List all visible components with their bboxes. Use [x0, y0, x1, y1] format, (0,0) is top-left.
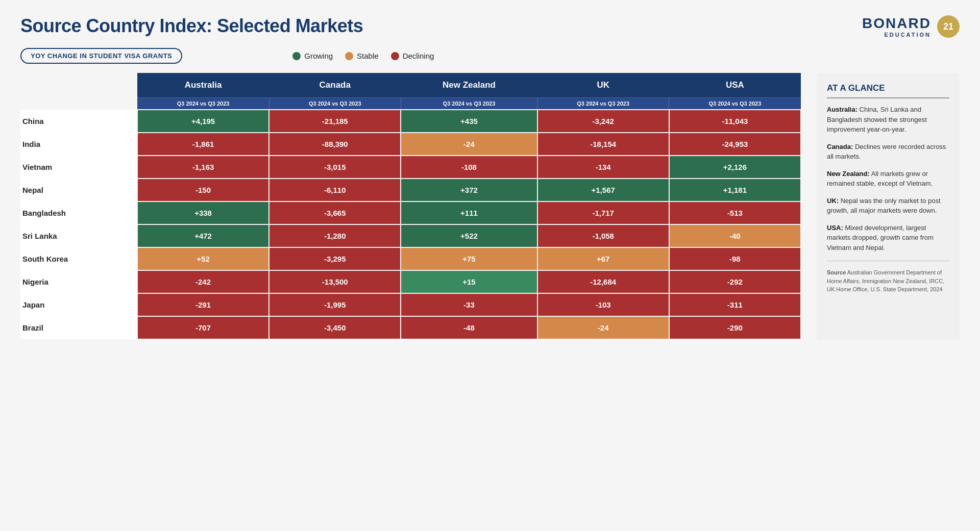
cell-value: -11,043 — [669, 110, 801, 133]
table-row: Nigeria-242-13,500+15-12,684-292 — [20, 270, 801, 293]
empty-header — [20, 73, 137, 98]
cell-value: -1,058 — [537, 224, 669, 247]
brand-area: BONARD EDUCATION 21 — [862, 15, 960, 38]
sub-australia: Q3 2024 vs Q3 2023 — [137, 98, 269, 110]
cell-value: +522 — [401, 224, 537, 247]
cell-value: -311 — [669, 293, 801, 316]
cell-value: +52 — [137, 247, 269, 270]
cell-value: +15 — [401, 270, 537, 293]
glance-item: Australia: China, Sri Lanka and Banglade… — [827, 105, 949, 135]
main-content: Australia Canada New Zealand UK USA Q3 2… — [20, 73, 960, 340]
source-label: Source — [827, 269, 846, 275]
row-country: Nigeria — [20, 270, 137, 293]
glance-items: Australia: China, Sri Lanka and Banglade… — [827, 105, 949, 252]
stable-dot — [345, 52, 353, 60]
row-country: Nepal — [20, 179, 137, 201]
row-country: India — [20, 133, 137, 156]
col-australia: Australia — [137, 73, 269, 98]
table-row: South Korea+52-3,295+75+67-98 — [20, 247, 801, 270]
brand-education: EDUCATION — [884, 32, 931, 38]
table-row: Brazil-707-3,450-48-24-290 — [20, 316, 801, 339]
cell-value: -98 — [669, 247, 801, 270]
cell-value: -21,185 — [269, 110, 401, 133]
table-row: India-1,861-88,390-24-18,154-24,953 — [20, 133, 801, 156]
cell-value: -150 — [137, 179, 269, 201]
cell-value: -33 — [401, 293, 537, 316]
sub-uk: Q3 2024 vs Q3 2023 — [537, 98, 669, 110]
table-row: Japan-291-1,995-33-103-311 — [20, 293, 801, 316]
cell-value: -292 — [669, 270, 801, 293]
cell-value: +472 — [137, 224, 269, 247]
cell-value: -6,110 — [269, 179, 401, 201]
right-panel: AT A GLANCE Australia: China, Sri Lanka … — [817, 73, 960, 340]
declining-dot — [391, 52, 399, 60]
cell-value: -18,154 — [537, 133, 669, 156]
glance-item: UK: Nepal was the only market to post gr… — [827, 196, 949, 216]
cell-value: -3,450 — [269, 316, 401, 339]
legend-stable: Stable — [345, 52, 379, 60]
source-text: Source Australian Government Department … — [827, 261, 949, 294]
cell-value: -40 — [669, 224, 801, 247]
cell-value: -3,295 — [269, 247, 401, 270]
cell-value: -24 — [401, 133, 537, 156]
page-title: Source Country Index: Selected Markets — [20, 15, 363, 37]
brand-name: BONARD EDUCATION — [862, 15, 931, 38]
yoy-badge: YOY CHANGE IN STUDENT VISA GRANTS — [20, 48, 182, 64]
table-row: China+4,195-21,185+435-3,242-11,043 — [20, 110, 801, 133]
cell-value: -1,163 — [137, 156, 269, 179]
sub-empty — [20, 98, 137, 110]
cell-value: +4,195 — [137, 110, 269, 133]
cell-value: +75 — [401, 247, 537, 270]
table-row: Bangladesh+338-3,665+111-1,717-513 — [20, 201, 801, 224]
row-country: Brazil — [20, 316, 137, 339]
cell-value: -134 — [537, 156, 669, 179]
page-number: 21 — [937, 15, 960, 38]
cell-value: -1,717 — [537, 201, 669, 224]
cell-value: +338 — [137, 201, 269, 224]
cell-value: -3,665 — [269, 201, 401, 224]
table-row: Vietnam-1,163-3,015-108-134+2,126 — [20, 156, 801, 179]
cell-value: -1,280 — [269, 224, 401, 247]
cell-value: -48 — [401, 316, 537, 339]
glance-item: Canada: Declines were recorded across al… — [827, 142, 949, 162]
growing-label: Growing — [304, 52, 333, 60]
cell-value: +67 — [537, 247, 669, 270]
sub-canada: Q3 2024 vs Q3 2023 — [269, 98, 401, 110]
cell-value: +1,567 — [537, 179, 669, 201]
col-usa: USA — [669, 73, 801, 98]
cell-value: +2,126 — [669, 156, 801, 179]
cell-value: +435 — [401, 110, 537, 133]
cell-value: -242 — [137, 270, 269, 293]
glance-item: New Zealand: All markets grew or remaine… — [827, 169, 949, 189]
table-section: Australia Canada New Zealand UK USA Q3 2… — [20, 73, 801, 340]
legend-growing: Growing — [292, 52, 333, 60]
legend-items: Growing Stable Declining — [292, 52, 434, 60]
table-row: Sri Lanka+472-1,280+522-1,058-40 — [20, 224, 801, 247]
cell-value: -1,995 — [269, 293, 401, 316]
cell-value: +1,181 — [669, 179, 801, 201]
legend-row: YOY CHANGE IN STUDENT VISA GRANTS Growin… — [20, 48, 960, 64]
cell-value: -24,953 — [669, 133, 801, 156]
row-country: Vietnam — [20, 156, 137, 179]
data-table: Australia Canada New Zealand UK USA Q3 2… — [20, 73, 801, 340]
col-canada: Canada — [269, 73, 401, 98]
sub-newzealand: Q3 2024 vs Q3 2023 — [401, 98, 537, 110]
table-body: China+4,195-21,185+435-3,242-11,043India… — [20, 110, 801, 339]
legend-declining: Declining — [391, 52, 434, 60]
sub-usa: Q3 2024 vs Q3 2023 — [669, 98, 801, 110]
cell-value: -108 — [401, 156, 537, 179]
cell-value: -3,015 — [269, 156, 401, 179]
column-header-row: Australia Canada New Zealand UK USA — [20, 73, 801, 98]
declining-label: Declining — [403, 52, 434, 60]
cell-value: -3,242 — [537, 110, 669, 133]
cell-value: -88,390 — [269, 133, 401, 156]
growing-dot — [292, 52, 301, 60]
cell-value: -24 — [537, 316, 669, 339]
cell-value: -513 — [669, 201, 801, 224]
cell-value: -291 — [137, 293, 269, 316]
sub-header-row: Q3 2024 vs Q3 2023 Q3 2024 vs Q3 2023 Q3… — [20, 98, 801, 110]
brand-bonard: BONARD — [862, 15, 931, 32]
row-country: Sri Lanka — [20, 224, 137, 247]
table-row: Nepal-150-6,110+372+1,567+1,181 — [20, 179, 801, 201]
glance-title: AT A GLANCE — [827, 83, 949, 98]
